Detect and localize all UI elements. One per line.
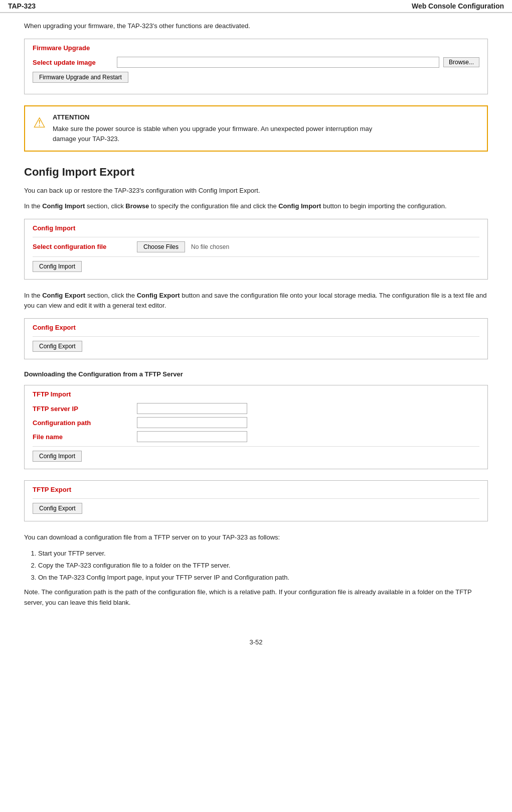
cie-para2: In the Config Import section, click Brow… xyxy=(24,201,488,212)
tftp-import-title: TFTP Import xyxy=(33,390,479,398)
attention-content: ATTENTION Make sure the power source is … xyxy=(53,113,372,144)
tftp-config-path-input[interactable] xyxy=(137,417,247,428)
cie-para3: In the Config Export section, click the … xyxy=(24,291,488,312)
tftp-config-export-button[interactable]: Config Export xyxy=(33,503,82,514)
fw-upgrade-row: Firmware Upgrade and Restart xyxy=(33,72,479,83)
product-name: TAP-323 xyxy=(8,2,36,10)
tftp-export-title: TFTP Export xyxy=(33,486,479,493)
tftp-file-name-row: File name xyxy=(33,431,479,442)
downloading-heading: Downloading the Configuration from a TFT… xyxy=(24,370,488,378)
tftp-config-import-button[interactable]: Config Import xyxy=(33,451,82,462)
attention-box: ⚠ ATTENTION Make sure the power source i… xyxy=(24,105,488,152)
firmware-upgrade-title: Firmware Upgrade xyxy=(33,44,479,52)
fw-file-input[interactable] xyxy=(117,57,439,68)
tftp-config-path-row: Configuration path xyxy=(33,417,479,428)
config-import-box: Config Import Select configuration file … xyxy=(24,219,488,280)
tftp-import-box: TFTP Import TFTP server IP Configuration… xyxy=(24,385,488,469)
tftp-steps-list: Start your TFTP server. Copy the TAP-323… xyxy=(38,548,488,583)
config-export-button[interactable]: Config Export xyxy=(33,341,82,352)
config-import-select-label: Select configuration file xyxy=(33,243,133,250)
config-export-title: Config Export xyxy=(33,324,479,331)
tftp-step-1: Start your TFTP server. xyxy=(38,548,488,559)
tftp-server-ip-label: TFTP server IP xyxy=(33,405,133,413)
page-footer: 3-52 xyxy=(0,628,512,651)
no-file-text: No file chosen xyxy=(191,243,229,250)
attention-title: ATTENTION xyxy=(53,113,372,121)
section-title: Web Console Configuration xyxy=(412,2,504,10)
config-export-box: Config Export Config Export xyxy=(24,318,488,359)
page-number: 3-52 xyxy=(249,638,262,646)
firmware-upgrade-box: Firmware Upgrade Select update image Bro… xyxy=(24,39,488,94)
config-import-select-row: Select configuration file Choose Files N… xyxy=(33,241,479,252)
tftp-server-ip-row: TFTP server IP xyxy=(33,403,479,414)
tftp-note: Note. The configuration path is the path… xyxy=(24,587,488,608)
config-import-export-heading: Config Import Export xyxy=(24,166,488,179)
tftp-export-box: TFTP Export Config Export xyxy=(24,480,488,521)
intro-text: When upgrading your firmware, the TAP-32… xyxy=(24,22,488,30)
attention-text: Make sure the power source is stable whe… xyxy=(53,124,372,144)
tftp-file-name-input[interactable] xyxy=(137,431,247,442)
tftp-file-name-label: File name xyxy=(33,433,133,441)
cie-para1: You can back up or restore the TAP-323's… xyxy=(24,186,488,196)
fw-browse-button[interactable]: Browse... xyxy=(443,57,479,67)
warning-icon: ⚠ xyxy=(33,114,46,131)
fw-select-row: Select update image Browse... xyxy=(33,57,479,68)
config-import-title: Config Import xyxy=(33,224,479,232)
fw-select-label: Select update image xyxy=(33,59,113,66)
choose-files-button[interactable]: Choose Files xyxy=(137,241,185,252)
page-header: TAP-323 Web Console Configuration xyxy=(0,0,512,13)
config-import-button[interactable]: Config Import xyxy=(33,261,82,272)
fw-upgrade-button[interactable]: Firmware Upgrade and Restart xyxy=(33,72,128,83)
main-content: When upgrading your firmware, the TAP-32… xyxy=(0,13,512,628)
download-text: You can download a configuration file fr… xyxy=(24,532,488,543)
tftp-server-ip-input[interactable] xyxy=(137,403,247,414)
tftp-step-3: On the TAP-323 Config Import page, input… xyxy=(38,572,488,583)
tftp-config-path-label: Configuration path xyxy=(33,419,133,427)
tftp-step-2: Copy the TAP-323 configuration file to a… xyxy=(38,560,488,571)
